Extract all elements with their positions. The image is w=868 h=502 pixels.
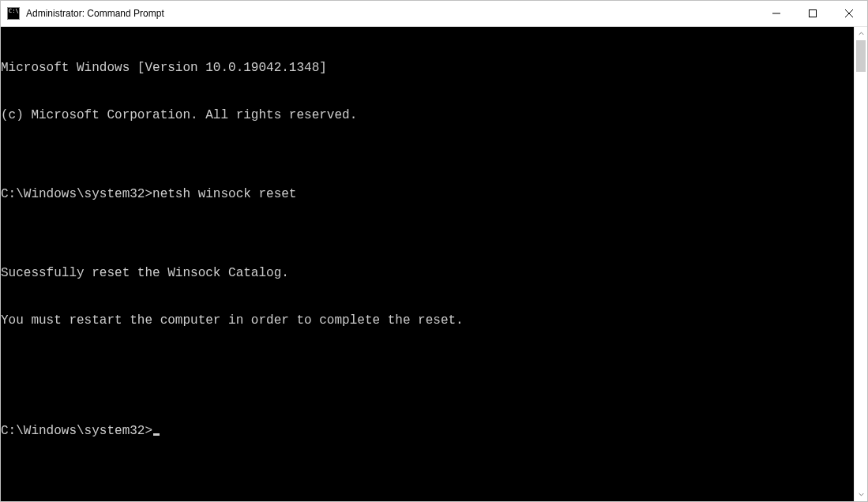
scroll-up-button[interactable] — [855, 27, 867, 40]
scroll-thumb[interactable] — [856, 40, 866, 72]
terminal[interactable]: Microsoft Windows [Version 10.0.19042.13… — [1, 27, 854, 501]
titlebar[interactable]: Administrator: Command Prompt — [1, 1, 867, 27]
terminal-line: Sucessfully reset the Winsock Catalog. — [1, 265, 854, 281]
terminal-prompt: C:\Windows\system32> — [1, 424, 152, 438]
terminal-line: You must restart the computer in order t… — [1, 313, 854, 328]
scroll-down-button[interactable] — [855, 488, 867, 501]
window-controls — [758, 1, 867, 26]
terminal-line: Microsoft Windows [Version 10.0.19042.13… — [1, 60, 854, 76]
cmd-icon — [7, 7, 20, 20]
maximize-button[interactable] — [795, 1, 831, 26]
chevron-down-icon — [859, 492, 864, 497]
scroll-track[interactable] — [855, 40, 867, 488]
cursor — [153, 433, 160, 436]
close-button[interactable] — [831, 1, 867, 26]
window: Administrator: Command Prompt Microsoft … — [0, 0, 868, 502]
chevron-up-icon — [859, 31, 864, 36]
terminal-line: (c) Microsoft Corporation. All rights re… — [1, 107, 854, 123]
window-title: Administrator: Command Prompt — [26, 8, 758, 19]
close-icon — [845, 9, 853, 17]
maximize-icon — [809, 9, 817, 17]
svg-rect-1 — [810, 10, 817, 17]
minimize-button[interactable] — [758, 1, 795, 26]
minimize-icon — [772, 9, 780, 17]
terminal-prompt-line: C:\Windows\system32> — [1, 423, 854, 439]
client-area: Microsoft Windows [Version 10.0.19042.13… — [1, 27, 867, 501]
terminal-line: C:\Windows\system32>netsh winsock reset — [1, 186, 854, 202]
vertical-scrollbar[interactable] — [854, 27, 867, 501]
